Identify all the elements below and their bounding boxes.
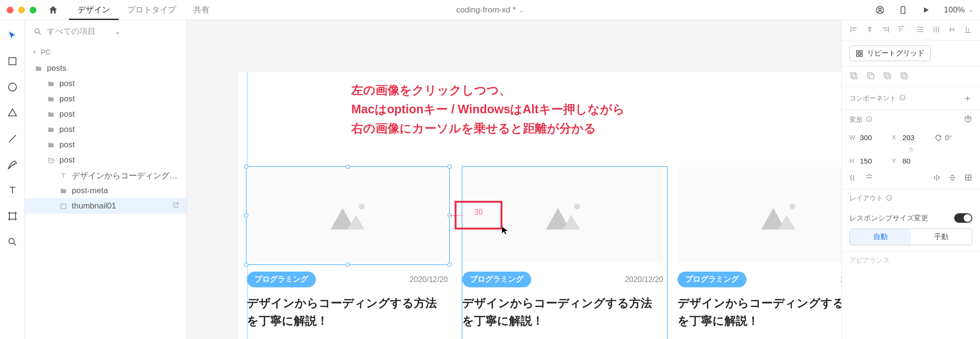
align-top-icon[interactable] bbox=[897, 25, 906, 35]
device-preview-icon[interactable] bbox=[898, 5, 908, 15]
3d-icon[interactable] bbox=[964, 115, 972, 125]
align-bottom-icon[interactable] bbox=[963, 25, 972, 35]
layer-label: post bbox=[59, 94, 179, 104]
home-icon[interactable] bbox=[48, 5, 58, 15]
add-component-icon[interactable]: ＋ bbox=[963, 92, 972, 105]
zoom-control[interactable]: 100%⌄ bbox=[944, 5, 973, 15]
artboard-tool[interactable] bbox=[6, 209, 19, 223]
tab-design[interactable]: デザイン bbox=[69, 0, 119, 20]
layer-row[interactable]: post-meta bbox=[25, 183, 186, 198]
text-tool[interactable] bbox=[6, 184, 19, 197]
play-icon[interactable] bbox=[921, 5, 931, 15]
union-icon[interactable] bbox=[849, 71, 858, 82]
minimize-window[interactable] bbox=[18, 7, 25, 13]
repeat-grid-row: リピートグリッド bbox=[842, 41, 980, 66]
layer-row[interactable]: post bbox=[25, 153, 186, 168]
y-field[interactable]: Y80 bbox=[892, 157, 930, 165]
seg-auto[interactable]: 自動 bbox=[850, 229, 911, 245]
svg-rect-25 bbox=[869, 74, 874, 79]
layer-row[interactable]: posts bbox=[25, 61, 186, 76]
window-traffic-lights bbox=[7, 7, 36, 13]
image-icon bbox=[58, 203, 68, 210]
maximize-window[interactable] bbox=[30, 7, 36, 13]
polygon-tool[interactable] bbox=[6, 106, 19, 120]
cursor-icon bbox=[501, 226, 508, 237]
svg-rect-29 bbox=[902, 74, 907, 79]
thumbnail-placeholder[interactable] bbox=[678, 167, 841, 263]
repeat-grid-button[interactable]: リピートグリッド bbox=[849, 45, 931, 61]
zoom-tool[interactable] bbox=[6, 235, 19, 249]
layer-row[interactable]: post bbox=[25, 107, 186, 122]
flip-mirror-h-icon[interactable] bbox=[933, 174, 941, 183]
svg-rect-32 bbox=[910, 149, 913, 152]
info-icon[interactable] bbox=[899, 94, 906, 102]
layer-row[interactable]: post bbox=[25, 76, 186, 91]
thumbnail-placeholder[interactable] bbox=[247, 167, 448, 263]
x-field[interactable]: X203 bbox=[892, 133, 930, 142]
folder-icon bbox=[58, 187, 68, 195]
svg-rect-2 bbox=[901, 6, 904, 13]
canvas[interactable]: 左の画像をクリックしつつ、 Macはoptionキー / WindowsはAlt… bbox=[187, 20, 841, 339]
svg-rect-26 bbox=[884, 73, 889, 77]
align-right-icon[interactable] bbox=[881, 25, 890, 35]
distribute-v-icon[interactable] bbox=[932, 25, 941, 35]
info-icon[interactable] bbox=[866, 116, 872, 124]
text-icon bbox=[58, 172, 68, 179]
chevron-down-icon: ⌄ bbox=[969, 7, 973, 13]
artboard: 左の画像をクリックしつつ、 Macはoptionキー / WindowsはAlt… bbox=[238, 72, 841, 339]
layer-row[interactable]: post bbox=[25, 91, 186, 107]
line-tool[interactable] bbox=[6, 132, 19, 145]
chevron-down-icon: ⌄ bbox=[115, 28, 178, 35]
layer-label: posts bbox=[47, 64, 179, 73]
subtract-icon[interactable] bbox=[866, 71, 875, 82]
folder-icon bbox=[46, 96, 56, 103]
exclude-icon[interactable] bbox=[900, 71, 909, 82]
external-link-icon[interactable] bbox=[172, 201, 179, 211]
rectangle-tool[interactable] bbox=[6, 55, 19, 68]
post-card: プログラミング 2020/12/20 デザインからコーディングする方法を丁寧に解… bbox=[247, 167, 448, 329]
layer-label: post bbox=[59, 79, 179, 88]
close-window[interactable] bbox=[7, 7, 13, 13]
align-middle-icon[interactable] bbox=[947, 25, 957, 35]
responsive-toggle[interactable] bbox=[954, 213, 972, 223]
width-field[interactable]: W300 bbox=[849, 133, 887, 142]
svg-rect-22 bbox=[851, 73, 856, 77]
rotation-field[interactable]: 0° bbox=[935, 133, 972, 142]
tab-share[interactable]: 共有 bbox=[185, 0, 218, 20]
flip-row bbox=[842, 171, 980, 189]
layer-row[interactable]: デザインからコーディングする方法… bbox=[25, 168, 186, 183]
breadcrumb[interactable]: ‹ PC bbox=[25, 43, 186, 61]
lock-aspect[interactable] bbox=[849, 146, 972, 152]
intersect-icon[interactable] bbox=[883, 71, 892, 82]
layer-row[interactable]: thumbnail01 bbox=[25, 198, 186, 214]
tab-prototype[interactable]: プロトタイプ bbox=[119, 0, 185, 20]
document-title[interactable]: coding-from-xd *⌄ bbox=[456, 5, 524, 15]
svg-rect-8 bbox=[61, 204, 66, 208]
search-icon bbox=[33, 27, 42, 36]
pen-tool[interactable] bbox=[6, 158, 19, 171]
post-date: 2020/12/20 bbox=[410, 275, 448, 284]
seg-manual[interactable]: 手動 bbox=[911, 229, 972, 245]
layer-label: post-meta bbox=[72, 186, 179, 196]
distribute-h-icon[interactable] bbox=[916, 25, 925, 35]
search-placeholder: すべての項目 bbox=[47, 26, 110, 37]
ellipse-tool[interactable] bbox=[6, 80, 19, 94]
layer-row[interactable]: post bbox=[25, 122, 186, 137]
align-left-icon[interactable] bbox=[849, 25, 858, 35]
responsive-resize-icon[interactable] bbox=[964, 174, 972, 183]
height-field[interactable]: H150 bbox=[849, 157, 887, 165]
svg-rect-19 bbox=[860, 51, 862, 53]
info-icon[interactable] bbox=[886, 195, 892, 203]
flip-h-icon[interactable] bbox=[849, 174, 858, 183]
align-center-h-icon[interactable] bbox=[865, 25, 874, 35]
account-icon[interactable] bbox=[875, 5, 885, 15]
post-title: デザインからコーディングする方法を丁寧に解説！ bbox=[462, 294, 663, 329]
flip-mirror-v-icon[interactable] bbox=[948, 174, 957, 183]
layers-search[interactable]: すべての項目 ⌄ bbox=[25, 20, 186, 43]
layer-label: デザインからコーディングする方法… bbox=[72, 170, 179, 181]
select-tool[interactable] bbox=[6, 29, 19, 42]
svg-rect-27 bbox=[886, 74, 891, 79]
layer-label: post bbox=[59, 155, 179, 165]
layer-row[interactable]: post bbox=[25, 137, 186, 153]
flip-v-icon[interactable] bbox=[865, 174, 873, 183]
